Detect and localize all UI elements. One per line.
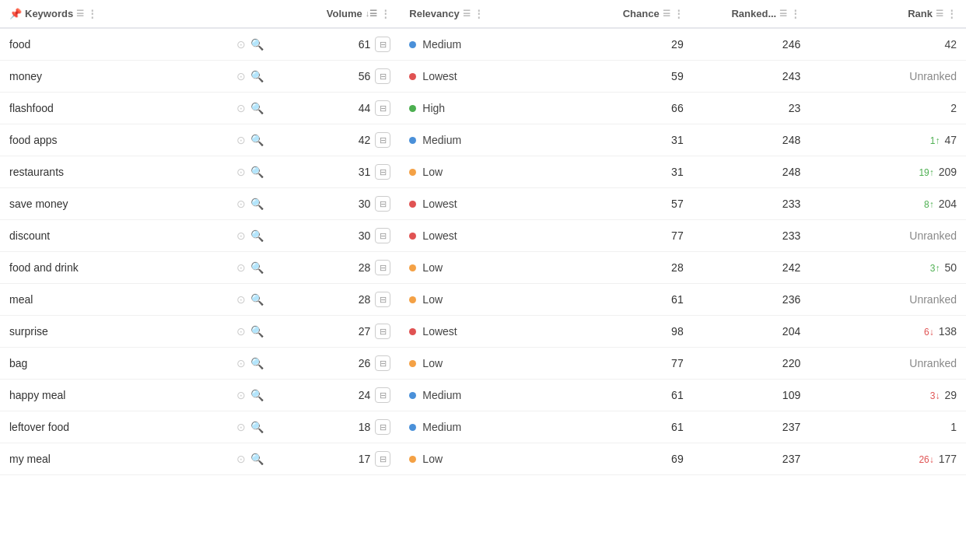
keywords-more-icon[interactable]: ⋮ — [87, 8, 97, 19]
relevancy-dot — [409, 456, 416, 463]
volume-value: 17 — [359, 453, 371, 465]
relevancy-text: Low — [422, 261, 443, 274]
relevancy-text: High — [422, 102, 445, 114]
relevancy-cell: High — [409, 102, 566, 114]
keyword-text: food apps — [9, 134, 232, 146]
keyword-cell: leftover food ⊙ 🔍 — [9, 421, 264, 433]
search-icon[interactable]: 🔍 — [250, 421, 264, 433]
search-icon[interactable]: 🔍 — [250, 293, 264, 306]
relevancy-text: Low — [422, 357, 443, 369]
col-header-relevancy[interactable]: Relevancy ☰ ⋮ — [400, 0, 576, 28]
bookmark-icon[interactable]: ⊙ — [236, 325, 246, 338]
search-icon[interactable]: 🔍 — [250, 325, 264, 338]
bookmark-icon[interactable]: ⊙ — [236, 357, 246, 369]
keyword-cell: meal ⊙ 🔍 — [9, 293, 264, 306]
rank-change: 6↓ — [924, 327, 934, 338]
ranked-filter-icon[interactable]: ☰ — [779, 9, 787, 19]
volume-expand-button[interactable]: ⊟ — [375, 37, 390, 52]
bookmark-icon[interactable]: ⊙ — [236, 389, 246, 401]
volume-expand-button[interactable]: ⊟ — [375, 355, 390, 371]
relevancy-cell: Low — [409, 357, 566, 369]
relevancy-dot — [409, 169, 416, 176]
search-icon[interactable]: 🔍 — [250, 38, 264, 51]
volume-expand-button[interactable]: ⊟ — [375, 419, 390, 435]
search-icon[interactable]: 🔍 — [250, 166, 264, 178]
search-icon[interactable]: 🔍 — [250, 453, 264, 465]
bookmark-icon[interactable]: ⊙ — [236, 293, 246, 306]
search-icon[interactable]: 🔍 — [250, 229, 264, 242]
search-icon[interactable]: 🔍 — [250, 357, 264, 369]
ranked-value: 242 — [782, 261, 800, 274]
volume-value: 18 — [359, 421, 371, 433]
bookmark-icon[interactable]: ⊙ — [236, 70, 246, 82]
volume-expand-button[interactable]: ⊟ — [375, 292, 390, 307]
rank-more-icon[interactable]: ⋮ — [947, 8, 957, 19]
relevancy-cell: Low — [409, 293, 566, 306]
bookmark-icon[interactable]: ⊙ — [236, 38, 246, 51]
rank-filter-icon[interactable]: ☰ — [936, 9, 943, 19]
rank-change: 3↓ — [930, 390, 940, 401]
volume-cell: 18 ⊟ — [282, 419, 390, 435]
table-row: food apps ⊙ 🔍 42 ⊟ Medium 312481↑ 47 — [0, 124, 966, 156]
col-header-chance[interactable]: Chance ☰ ⋮ — [576, 0, 693, 28]
relevancy-cell: Lowest — [409, 325, 566, 338]
relevancy-dot — [409, 105, 416, 112]
keyword-cell: my meal ⊙ 🔍 — [9, 453, 264, 465]
ranked-more-icon[interactable]: ⋮ — [790, 8, 800, 19]
search-icon[interactable]: 🔍 — [250, 70, 264, 82]
bookmark-icon[interactable]: ⊙ — [236, 166, 246, 178]
bookmark-icon[interactable]: ⊙ — [236, 421, 246, 433]
volume-cell: 26 ⊟ — [282, 355, 390, 371]
volume-sort-icon[interactable]: ↓☰ — [366, 9, 378, 19]
search-icon[interactable]: 🔍 — [250, 102, 264, 114]
chance-value: 57 — [671, 198, 684, 210]
search-icon[interactable]: 🔍 — [250, 198, 264, 210]
search-icon[interactable]: 🔍 — [250, 261, 264, 274]
col-header-keywords[interactable]: 📌 Keywords ☰ ⋮ — [0, 0, 273, 28]
bookmark-icon[interactable]: ⊙ — [236, 453, 246, 465]
volume-expand-button[interactable]: ⊟ — [375, 228, 390, 243]
volume-more-icon[interactable]: ⋮ — [380, 8, 390, 19]
volume-expand-button[interactable]: ⊟ — [375, 324, 390, 339]
volume-value: 31 — [359, 166, 371, 178]
rank-cell: 26↓ 177 — [919, 453, 957, 465]
search-icon[interactable]: 🔍 — [250, 134, 264, 146]
volume-expand-button[interactable]: ⊟ — [375, 260, 390, 275]
search-icon[interactable]: 🔍 — [250, 389, 264, 401]
volume-expand-button[interactable]: ⊟ — [375, 100, 390, 116]
volume-expand-button[interactable]: ⊟ — [375, 68, 390, 84]
volume-cell: 56 ⊟ — [282, 68, 390, 84]
table-row: food and drink ⊙ 🔍 28 ⊟ Low 282423↑ 50 — [0, 252, 966, 284]
bookmark-icon[interactable]: ⊙ — [236, 229, 246, 242]
rank-value: 1 — [950, 421, 957, 433]
volume-expand-button[interactable]: ⊟ — [375, 387, 390, 403]
keyword-cell: bag ⊙ 🔍 — [9, 357, 264, 369]
volume-expand-button[interactable]: ⊟ — [375, 164, 390, 180]
chance-more-icon[interactable]: ⋮ — [674, 8, 684, 19]
table-row: leftover food ⊙ 🔍 18 ⊟ Medium 612371 — [0, 411, 966, 443]
bookmark-icon[interactable]: ⊙ — [236, 261, 246, 274]
col-header-volume[interactable]: Volume ↓☰ ⋮ — [273, 0, 400, 28]
relevancy-more-icon[interactable]: ⋮ — [474, 8, 484, 19]
col-header-rank[interactable]: Rank ☰ ⋮ — [810, 0, 966, 28]
chance-filter-icon[interactable]: ☰ — [663, 9, 670, 19]
volume-value: 61 — [359, 38, 371, 51]
volume-expand-button[interactable]: ⊟ — [375, 451, 390, 467]
keywords-filter-icon[interactable]: ☰ — [76, 9, 84, 19]
rank-cell: 6↓ 138 — [924, 325, 957, 338]
bookmark-icon[interactable]: ⊙ — [236, 102, 246, 114]
ranked-value: 243 — [782, 70, 800, 82]
keyword-table: 📌 Keywords ☰ ⋮ Volume ↓☰ ⋮ Relevanc — [0, 0, 966, 475]
volume-expand-button[interactable]: ⊟ — [375, 132, 390, 148]
volume-value: 30 — [359, 229, 371, 242]
keyword-text: surprise — [9, 325, 232, 338]
relevancy-cell: Medium — [409, 134, 566, 146]
relevancy-cell: Medium — [409, 389, 566, 401]
relevancy-filter-icon[interactable]: ☰ — [463, 9, 471, 19]
col-header-ranked[interactable]: Ranked... ☰ ⋮ — [693, 0, 810, 28]
bookmark-icon[interactable]: ⊙ — [236, 198, 246, 210]
volume-expand-button[interactable]: ⊟ — [375, 196, 390, 212]
keyword-text: my meal — [9, 453, 232, 465]
bookmark-icon[interactable]: ⊙ — [236, 134, 246, 146]
relevancy-text: Low — [422, 166, 443, 178]
